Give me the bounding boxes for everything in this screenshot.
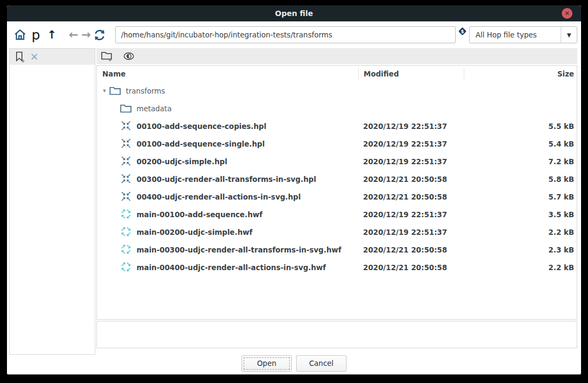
navigate-forward-icon[interactable]: →	[81, 28, 91, 41]
pipeline-file-icon: ↘↙↗↖	[119, 174, 132, 184]
navigate-back-icon[interactable]: ←	[69, 28, 78, 41]
pin-icon[interactable]: p	[32, 28, 40, 42]
cell-name: metadata	[97, 104, 358, 113]
file-type-dropdown[interactable]: All Hop file types ▼	[469, 26, 577, 43]
navigation-toolbar: p ↑ ← → $ All Hop file types ▼	[7, 21, 581, 48]
cell-modified: 2020/12/21 20:50:58	[358, 246, 464, 254]
table-header: Name Modified Size	[97, 66, 577, 82]
cell-name: ↗↘↖↙ main-00400-udjc-render-all-actions-…	[97, 262, 358, 272]
table-row[interactable]: metadata	[97, 99, 577, 117]
pipeline-file-icon: ↘↙↗↖	[119, 139, 132, 149]
cell-name: ↘↙↗↖ 00100-add-sequence-copies.hpl	[97, 121, 358, 131]
pipeline-file-icon: ↘↙↗↖	[119, 192, 132, 202]
workflow-file-icon: ↗↘↖↙	[119, 227, 132, 237]
cell-modified: 2020/12/21 20:50:58	[358, 263, 464, 272]
cell-modified: 2020/12/21 20:50:58	[358, 193, 464, 201]
refresh-icon[interactable]	[93, 26, 107, 43]
cell-name: ↘↙↗↖ 00400-udjc-render-all-actions-in-sv…	[97, 192, 358, 202]
table-row[interactable]: ↘↙↗↖ 00100-add-sequence-single.hpl 2020/…	[97, 135, 577, 152]
file-name-label: 00300-udjc-render-all-transforms-in-svg.…	[137, 175, 316, 183]
table-row[interactable]: ↗↘↖↙ main-00400-udjc-render-all-actions-…	[97, 258, 577, 276]
cell-size: 5.5 kB	[464, 122, 577, 131]
file-browser-panel: Name Modified Size ▾ transforms metadata…	[96, 48, 577, 348]
cell-modified: 2020/12/19 22:51:37	[358, 122, 464, 131]
home-icon[interactable]	[13, 26, 27, 43]
cell-name: ↗↘↖↙ main-00100-add-sequence.hwf	[97, 209, 358, 219]
cell-name: ↗↘↖↙ main-00300-udjc-render-all-transfor…	[97, 244, 358, 255]
show-hidden-eye-icon[interactable]	[123, 48, 134, 65]
folder-icon	[119, 104, 132, 113]
file-name-label: 00100-add-sequence-copies.hpl	[137, 122, 266, 131]
chevron-down-icon: ▼	[561, 27, 577, 43]
add-bookmark-icon[interactable]	[14, 48, 25, 65]
file-name-label: main-00100-add-sequence.hwf	[137, 210, 262, 219]
table-row[interactable]: ↘↙↗↖ 00300-udjc-render-all-transforms-in…	[97, 170, 577, 188]
workflow-file-icon: ↗↘↖↙	[119, 262, 132, 272]
cell-name: ↘↙↗↖ 00300-udjc-render-all-transforms-in…	[97, 174, 358, 184]
cell-modified: 2020/12/19 22:51:37	[358, 157, 464, 166]
cell-name: ▾ transforms	[97, 86, 358, 95]
window-title: Open file	[275, 9, 313, 18]
cell-modified: 2020/12/19 22:51:37	[358, 228, 464, 236]
browser-toolbar	[96, 48, 577, 64]
column-header-modified[interactable]: Modified	[358, 68, 464, 80]
cell-name: ↘↙↗↖ 00100-add-sequence-single.hpl	[97, 139, 358, 149]
table-row[interactable]: ↘↙↗↖ 00100-add-sequence-copies.hpl 2020/…	[97, 117, 577, 135]
navigate-up-icon[interactable]: ↑	[47, 28, 57, 41]
file-name-label: 00200-udjc-simple.hpl	[137, 157, 227, 166]
table-row[interactable]: ↘↙↗↖ 00200-udjc-simple.hpl 2020/12/19 22…	[97, 152, 577, 170]
bookmarks-list[interactable]	[10, 65, 95, 354]
variable-icon[interactable]: $	[458, 27, 467, 36]
cell-size: 5.4 kB	[464, 140, 577, 148]
workflow-file-icon: ↗↘↖↙	[119, 209, 132, 219]
table-row[interactable]: ↗↘↖↙ main-00300-udjc-render-all-transfor…	[97, 241, 577, 258]
bookmarks-toolbar: ✕	[10, 49, 95, 65]
pipeline-file-icon: ↘↙↗↖	[119, 121, 132, 131]
file-name-label: 00400-udjc-render-all-actions-in-svg.hpl	[137, 193, 301, 201]
cell-modified: 2020/12/19 22:51:37	[358, 210, 464, 219]
file-name-label: main-00400-udjc-render-all-actions-in-sv…	[137, 263, 326, 272]
open-file-dialog: Open file ✕ p ↑ ← →	[7, 5, 581, 374]
titlebar[interactable]: Open file ✕	[7, 5, 581, 21]
bookmarks-panel: ✕	[9, 48, 95, 355]
column-header-size[interactable]: Size	[464, 68, 577, 80]
table-row[interactable]: ▾ transforms	[97, 82, 577, 99]
pipeline-file-icon: ↘↙↗↖	[119, 156, 132, 166]
folder-icon	[109, 86, 122, 95]
svg-text:$: $	[461, 29, 464, 34]
cell-name: ↘↙↗↖ 00200-udjc-simple.hpl	[97, 156, 358, 166]
cell-size: 3.5 kB	[464, 210, 577, 219]
file-table-body: ▾ transforms metadata ↘↙↗↖ 00100-add-seq…	[97, 82, 577, 276]
file-table: Name Modified Size ▾ transforms metadata…	[96, 65, 577, 320]
cell-modified: 2020/12/19 22:51:37	[358, 140, 464, 148]
file-name-label: main-00300-udjc-render-all-transforms-in…	[137, 246, 341, 254]
expander-icon[interactable]: ▾	[100, 87, 109, 94]
cancel-button[interactable]: Cancel	[296, 355, 346, 372]
file-type-selected: All Hop file types	[470, 30, 561, 39]
cell-size: 2.3 kB	[464, 246, 577, 254]
cell-size: 2.2 kB	[464, 228, 577, 236]
remove-bookmark-icon[interactable]: ✕	[30, 52, 39, 62]
cell-size: 5.7 kB	[464, 193, 577, 201]
cell-name: ↗↘↖↙ main-00200-udjc-simple.hwf	[97, 227, 358, 237]
close-icon[interactable]: ✕	[562, 8, 572, 19]
open-button[interactable]: Open	[242, 355, 292, 372]
file-name-label: 00100-add-sequence-single.hpl	[137, 140, 265, 148]
cell-size: 2.2 kB	[464, 263, 577, 272]
column-header-name[interactable]: Name	[97, 70, 358, 78]
cell-size: 5.8 kB	[464, 175, 577, 183]
dialog-footer: Open Cancel	[7, 354, 581, 372]
table-row[interactable]: ↗↘↖↙ main-00200-udjc-simple.hwf 2020/12/…	[97, 223, 577, 241]
cell-modified: 2020/12/21 20:50:58	[358, 175, 464, 183]
path-input[interactable]	[115, 26, 456, 43]
selection-detail-box[interactable]	[96, 321, 577, 348]
table-row[interactable]: ↗↘↖↙ main-00100-add-sequence.hwf 2020/12…	[97, 205, 577, 223]
new-folder-icon[interactable]	[101, 48, 114, 65]
workflow-file-icon: ↗↘↖↙	[119, 244, 132, 255]
file-name-label: transforms	[126, 87, 165, 95]
cell-size: 7.2 kB	[464, 157, 577, 166]
file-name-label: main-00200-udjc-simple.hwf	[137, 228, 252, 236]
table-row[interactable]: ↘↙↗↖ 00400-udjc-render-all-actions-in-sv…	[97, 188, 577, 205]
file-name-label: metadata	[137, 104, 171, 113]
